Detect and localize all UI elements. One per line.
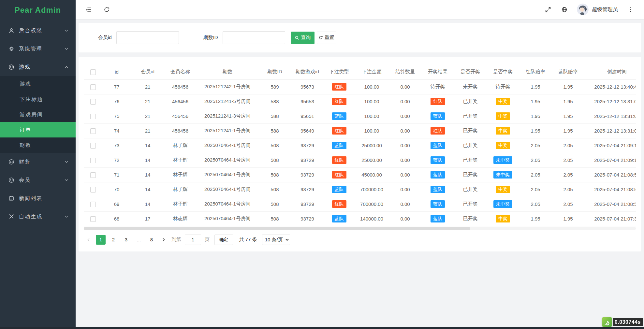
sidebar-item-label: 系统管理 (19, 46, 42, 52)
cell-value: 14 (145, 172, 151, 178)
sidebar-item-autogen[interactable]: 自动生成 (0, 207, 76, 226)
sidebar-subitem-game[interactable]: 游戏 (0, 76, 76, 92)
debug-trace-badge[interactable]: 0.030744s (602, 317, 643, 327)
cell-value: 508 (271, 216, 279, 222)
fullscreen-icon[interactable] (542, 3, 554, 16)
page-button-2[interactable]: 2 (109, 235, 118, 245)
row-checkbox[interactable] (90, 187, 96, 193)
row-checkbox[interactable] (90, 114, 96, 119)
goto-page-input[interactable] (185, 235, 201, 245)
sidebar-item-system[interactable]: 系统管理 (0, 40, 76, 58)
cell-value: 700000.00 (360, 187, 383, 192)
cell-value: 2025070464-1号房间 (204, 142, 251, 148)
cell-value: 0.00 (400, 128, 410, 134)
row-checkbox[interactable] (90, 172, 96, 178)
sidebar-item-permissions[interactable]: 后台权限 (0, 21, 76, 40)
cell-value: 1.95 (531, 99, 540, 104)
column-header: 蓝队赔率 (552, 64, 584, 79)
table-row: 6817林志辉2025070464-1号房间50893729蓝队140000.0… (84, 211, 636, 226)
cell-value: 14 (145, 187, 151, 192)
next-page-icon[interactable] (159, 235, 168, 245)
row-checkbox[interactable] (90, 128, 96, 134)
avatar (577, 4, 589, 15)
scrollbar-thumb[interactable] (84, 227, 470, 230)
period-id-label: 期数ID (203, 35, 218, 41)
column-header: 会员id (131, 64, 164, 79)
search-form: 会员id 期数ID 查询 重置 (79, 23, 641, 52)
page-button-3[interactable]: 3 (121, 235, 131, 245)
chevron-up-icon (65, 65, 68, 69)
cell-value: 2.05 (563, 201, 573, 207)
column-header: id (102, 64, 131, 79)
cell-value: 已开奖 (463, 142, 478, 148)
sidebar-subitem-bet-title[interactable]: 下注标题 (0, 92, 76, 107)
user-menu[interactable]: 超级管理员 (574, 4, 621, 15)
sidebar-subitem-period[interactable]: 期数 (0, 137, 76, 153)
row-checkbox[interactable] (90, 99, 96, 105)
row-checkbox[interactable] (90, 216, 96, 222)
sidebar-item-member[interactable]: 会员 (0, 171, 76, 189)
cell-value: 林子辉 (173, 172, 188, 177)
sidebar-item-game[interactable]: 游戏 (0, 58, 76, 76)
search-icon (295, 36, 299, 40)
select-all-checkbox[interactable] (90, 69, 96, 75)
cell-value: 75 (114, 113, 120, 119)
cell-value: 456456 (172, 113, 188, 119)
sidebar-item-label: 自动生成 (19, 213, 42, 220)
column-header: 期数ID (258, 64, 291, 79)
period-id-input[interactable] (223, 31, 285, 44)
topbar: 超级管理员 (76, 0, 644, 19)
row-checkbox[interactable] (90, 158, 96, 163)
cell-value: 588 (271, 113, 279, 119)
horizontal-scrollbar[interactable] (84, 227, 636, 230)
query-button[interactable]: 查询 (291, 32, 315, 44)
sidebar-menu: 后台权限系统管理游戏游戏下注标题游戏房间订单期数财务会员新闻列表自动生成 (0, 20, 76, 329)
collapse-sidebar-icon[interactable] (82, 3, 95, 16)
reset-button[interactable]: 重置 (317, 32, 336, 44)
page-button-8[interactable]: 8 (147, 235, 156, 245)
column-header: 创建时间 (584, 64, 636, 79)
sidebar-subitem-order[interactable]: 订单 (0, 122, 76, 137)
member-id-input[interactable] (116, 31, 179, 44)
prev-page-icon[interactable] (84, 235, 93, 245)
row-checkbox[interactable] (90, 143, 96, 149)
news-icon (8, 195, 14, 201)
column-header: 期数 (197, 64, 258, 79)
column-header: 结算数量 (389, 64, 421, 79)
cell-value: 69 (114, 201, 120, 207)
language-globe-icon[interactable] (558, 3, 570, 16)
goto-confirm-button[interactable]: 确定 (214, 235, 233, 245)
cell-value: 已开奖 (463, 113, 478, 119)
cell-value: 2025070464-1号房间 (204, 216, 251, 221)
more-menu-icon[interactable] (624, 3, 637, 16)
chevron-down-icon (65, 178, 68, 182)
sidebar-item-news[interactable]: 新闻列表 (0, 189, 76, 207)
cell-value: 95673 (300, 84, 314, 90)
refresh-icon[interactable] (100, 3, 113, 16)
sidebar-item-finance[interactable]: 财务 (0, 153, 76, 171)
cell-value: 0.00 (400, 201, 410, 207)
cell-value: 0.00 (400, 143, 410, 148)
page-size-select[interactable]: 10 条/页 (262, 235, 290, 245)
cell-value: 2025070464-1号房间 (204, 186, 251, 192)
chevron-down-icon (65, 29, 68, 33)
cell-value: 已开奖 (463, 157, 478, 163)
cell-value: 1.95 (563, 99, 573, 104)
cell-value: 0.00 (400, 216, 410, 222)
cell-value: 1.95 (563, 128, 573, 134)
cell-value: 456456 (172, 99, 188, 104)
row-checkbox[interactable] (90, 202, 96, 207)
cell-value: 2025-07-04 21:08:50 (594, 187, 636, 192)
cell-value: 93729 (300, 157, 314, 163)
smiley-icon (8, 159, 14, 165)
cell-value: 2025121241-1号房间 (204, 128, 251, 133)
status-badge: 蓝队 (332, 112, 346, 120)
row-checkbox[interactable] (90, 84, 96, 90)
cell-value: 508 (271, 187, 279, 192)
status-badge: 蓝队 (332, 186, 346, 193)
sidebar-subitem-game-room[interactable]: 游戏房间 (0, 107, 76, 122)
cell-value: 17 (145, 216, 151, 222)
cell-value: 588 (271, 99, 279, 104)
page-button-1[interactable]: 1 (96, 235, 106, 245)
cell-value: 508 (271, 172, 279, 178)
